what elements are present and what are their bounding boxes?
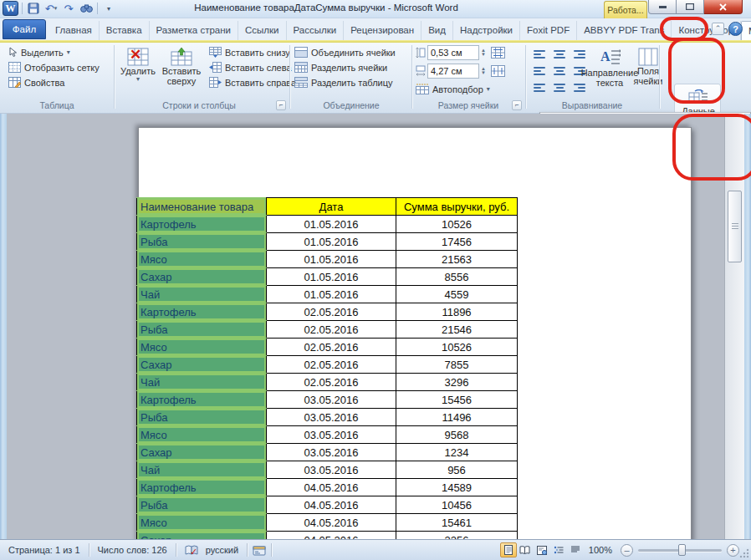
fullscreen-reading-view-button[interactable] [517, 542, 534, 557]
ribbon-tab-row: Файл Главная Вставка Разметка страни Ссы… [0, 18, 751, 40]
tab-addins[interactable]: Надстройки [453, 21, 520, 40]
distribute-rows-button[interactable] [491, 47, 505, 59]
col-width-spinner[interactable]: ▲▼ [481, 67, 486, 75]
group-label-alignment: Выравнивание [527, 100, 657, 110]
table-row: Чай03.05.2016956 [137, 461, 518, 479]
delete-button[interactable]: ✕ Удалить ▾ [119, 44, 157, 99]
cell-date: 01.05.2016 [267, 233, 396, 251]
statusbar-separator [247, 543, 248, 557]
align-center-center-button[interactable] [550, 64, 569, 78]
view-gridlines-button[interactable]: Отобразить сетку [8, 62, 100, 73]
help-button[interactable]: ? [728, 22, 743, 36]
cell-sum: 10526 [396, 339, 518, 356]
cell-margins-button[interactable]: Поля ячейки [629, 44, 667, 99]
cell-sum: 17456 [396, 233, 518, 251]
zoom-slider[interactable] [638, 549, 722, 552]
outline-view-button[interactable] [550, 542, 567, 557]
tab-mailings[interactable]: Рассылки [287, 21, 345, 40]
col-width-input[interactable] [427, 64, 479, 79]
split-table-button[interactable]: Разделить таблицу [294, 77, 393, 88]
alignment-lines-icon [554, 50, 565, 59]
tab-references[interactable]: Ссылки [238, 21, 287, 40]
tab-abbyy-pdf[interactable]: ABBYY PDF Trans [577, 21, 672, 40]
contextual-tab-group-label[interactable]: Работа... [604, 1, 647, 18]
autofit-button[interactable]: Автоподбор▾ [416, 84, 490, 94]
contextual-ribbon-highlight [0, 40, 751, 43]
cell-date: 01.05.2016 [267, 251, 396, 268]
window-border-right [744, 114, 751, 560]
cell-margins-icon [638, 48, 658, 66]
row-height-control: ▲▼ [416, 45, 505, 60]
document-area[interactable]: Наименование товара Дата Сумма выручки, … [7, 114, 724, 539]
row-height-spinner[interactable]: ▲▼ [481, 48, 486, 57]
word-count[interactable]: Число слов: 126 [95, 545, 171, 555]
cell-sum: 1234 [396, 444, 518, 461]
insert-above-button[interactable]: Вставить сверху [159, 44, 204, 99]
zoom-in-button[interactable]: + [727, 544, 739, 557]
split-cells-button[interactable]: Разделить ячейки [294, 62, 387, 73]
align-top-left-button[interactable] [530, 47, 549, 61]
group-separator [659, 45, 660, 109]
text-direction-button[interactable]: A Направление текста [590, 44, 629, 99]
merge-cells-button[interactable]: Объединить ячейки [294, 47, 396, 58]
svg-text:✓: ✓ [190, 547, 197, 557]
vertical-scrollbar[interactable] [724, 114, 744, 539]
distribute-cols-button[interactable] [491, 65, 505, 77]
tab-layout[interactable]: Макет [741, 21, 751, 40]
tab-home[interactable]: Главная [49, 21, 100, 40]
page-indicator[interactable]: Страница: 1 из 1 [5, 545, 84, 555]
rows-cols-dialog-launcher[interactable]: ⌐ [276, 100, 286, 110]
table-row: Чай02.05.20163296 [137, 374, 518, 391]
insert-right-button[interactable]: Вставить справа [209, 77, 296, 88]
tab-insert[interactable]: Вставка [100, 21, 150, 40]
cell-sum: 9568 [396, 426, 518, 444]
align-top-center-button[interactable] [550, 47, 569, 61]
table-properties-button[interactable]: Свойства [8, 77, 64, 88]
close-button[interactable] [704, 0, 743, 14]
tab-review[interactable]: Рецензирован [344, 21, 421, 40]
cell-sum: 7855 [396, 356, 518, 374]
language-indicator[interactable]: русский [202, 545, 242, 555]
insert-left-button[interactable]: Вставить слева [209, 62, 292, 73]
cell-sum: 10526 [396, 216, 518, 233]
cell-sum: 8556 [396, 268, 518, 286]
insert-below-button[interactable]: Вставить снизу [209, 47, 290, 58]
zoom-level[interactable]: 100% [584, 545, 617, 555]
draft-view-button[interactable] [567, 542, 584, 557]
zoom-slider-thumb[interactable] [678, 544, 686, 556]
cell-date: 03.05.2016 [267, 391, 396, 409]
select-button[interactable]: Выделить▾ [8, 47, 70, 58]
macro-record-icon[interactable] [253, 545, 266, 556]
text-direction-icon: A [599, 48, 621, 68]
cell-product: Рыба [137, 496, 267, 514]
group-label-cell-size: Размер ячейки [413, 100, 524, 110]
table-row: Картофель03.05.201615456 [137, 391, 518, 409]
collapse-ribbon-button[interactable]: ⌃ [712, 23, 724, 35]
cell-product: Сахар [137, 532, 267, 540]
cell-date: 04.05.2016 [267, 496, 396, 514]
alignment-lines-icon [554, 67, 565, 75]
align-bottom-center-button[interactable] [550, 80, 569, 94]
cell-size-dialog-launcher[interactable]: ⌐ [512, 100, 522, 110]
align-center-left-button[interactable] [530, 64, 549, 78]
maximize-button[interactable] [677, 0, 704, 14]
zoom-out-button[interactable]: – [621, 544, 633, 557]
web-layout-view-button[interactable] [534, 542, 550, 557]
tab-view[interactable]: Вид [421, 21, 453, 40]
alignment-lines-icon [534, 67, 545, 75]
cell-date: 01.05.2016 [267, 216, 396, 233]
tab-page-layout[interactable]: Разметка страни [150, 21, 238, 40]
cell-product: Чай [137, 461, 267, 479]
tab-foxit-pdf[interactable]: Foxit PDF [520, 21, 577, 40]
row-height-icon [416, 47, 426, 59]
spellcheck-icon[interactable]: ✓ [185, 544, 199, 557]
resize-grip[interactable] [738, 547, 749, 558]
row-height-input[interactable] [427, 45, 479, 60]
align-bottom-left-button[interactable] [530, 80, 549, 94]
tab-file[interactable]: Файл [3, 19, 46, 39]
align-top-right-button[interactable] [570, 47, 589, 61]
minimize-button[interactable] [648, 0, 677, 14]
scrollbar-thumb[interactable] [728, 191, 742, 262]
cell-sum: 14589 [396, 479, 518, 496]
print-layout-view-button[interactable] [500, 542, 517, 557]
